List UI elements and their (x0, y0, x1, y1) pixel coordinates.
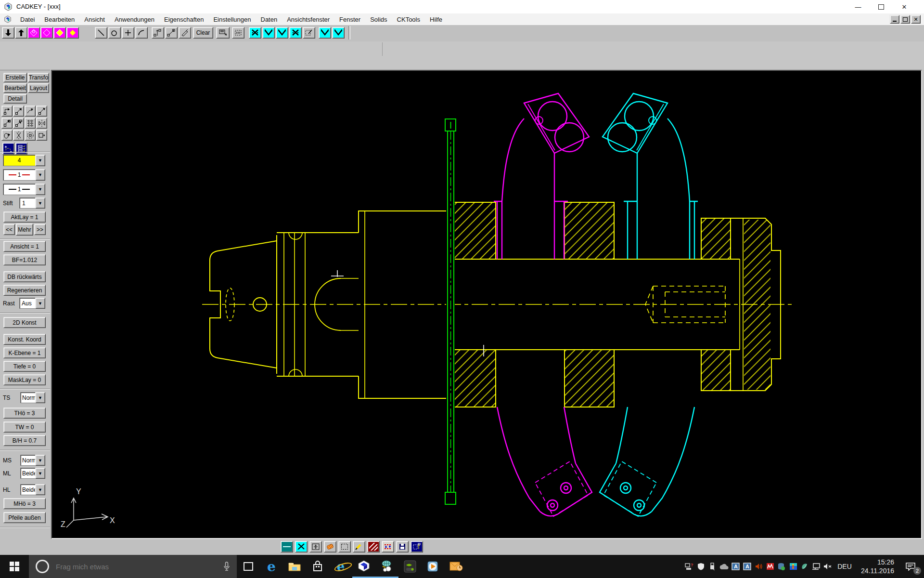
start-button[interactable] (0, 555, 29, 578)
language-indicator[interactable]: DEU (834, 555, 856, 578)
search-input[interactable] (55, 562, 192, 571)
tool-rotate-button[interactable] (1, 130, 13, 141)
tray-volume-muted-icon[interactable] (822, 555, 834, 578)
taskbar-outlook[interactable] (445, 555, 468, 578)
mask-diamond-filled-button[interactable] (66, 27, 79, 39)
k-ebene-button[interactable]: K-Ebene = 1 (3, 347, 46, 358)
linewidth-combo[interactable]: 1 ▼ (3, 184, 45, 195)
tool-scale-button[interactable] (13, 130, 24, 141)
tray-remote-icon[interactable]: ? (683, 555, 695, 578)
ml-combo[interactable]: Beide ▼ (20, 468, 45, 479)
rast-combo[interactable]: Aus ▼ (19, 298, 45, 309)
menu-einstellungen[interactable]: Einstellungen (208, 14, 256, 25)
konst2d-button[interactable]: 2D Konst (3, 317, 46, 328)
snap-vee-4-button[interactable] (332, 27, 345, 39)
menu-fenster[interactable]: Fenster (334, 14, 365, 25)
prev-button[interactable]: << (3, 224, 15, 235)
action-center-button[interactable]: 2 (897, 555, 924, 578)
tray-database-icon[interactable] (776, 555, 787, 578)
aktlay-button[interactable]: AktLay = 1 (3, 211, 46, 223)
taskbar-cad-tool[interactable] (375, 555, 398, 578)
ts-combo-arrow-icon[interactable]: ▼ (35, 392, 45, 403)
masklay-button[interactable]: MaskLay = 0 (3, 374, 46, 385)
tray-ime-a1-icon[interactable]: A (730, 555, 741, 578)
tray-onedrive-icon[interactable] (718, 555, 730, 578)
tray-network-icon[interactable] (810, 555, 822, 578)
tool-stretch-button[interactable] (1, 118, 13, 129)
restore-button[interactable] (870, 0, 892, 13)
mask-diamond-circle-button[interactable] (27, 27, 40, 39)
microphone-icon[interactable] (223, 562, 230, 571)
arrow-down-button[interactable] (2, 27, 14, 39)
next-button[interactable]: >> (34, 224, 46, 235)
ms-combo[interactable]: Norma ▼ (20, 455, 45, 466)
tool-copy-button[interactable] (13, 105, 24, 117)
konst-koord-button[interactable]: Konst. Koord (3, 334, 46, 345)
taskbar-nvidia[interactable] (398, 555, 422, 578)
mask-diamond-button[interactable] (40, 27, 53, 39)
menu-eigenschaften[interactable]: Eigenschaften (159, 14, 208, 25)
grid-button[interactable] (232, 27, 244, 39)
tool-project-button[interactable] (36, 105, 47, 117)
bh-button[interactable]: B/H = 0.7 (3, 435, 46, 446)
tab-transfo[interactable]: Transfo (28, 73, 49, 82)
linetype-combo-arrow-icon[interactable]: ▼ (35, 169, 45, 181)
tool-move-button[interactable] (1, 105, 13, 117)
rast-combo-arrow-icon[interactable]: ▼ (35, 298, 45, 309)
db-rueckwaerts-button[interactable]: DB rückwärts (3, 271, 46, 282)
menu-ansicht[interactable]: Ansicht (79, 14, 110, 25)
taskbar-store[interactable] (306, 555, 329, 578)
taskbar-cadkey[interactable] (352, 555, 375, 578)
tray-defender-icon[interactable] (695, 555, 706, 578)
mehr-button[interactable]: Mehr (16, 223, 33, 236)
taskbar-ie[interactable]: e (329, 555, 352, 578)
print-button[interactable] (216, 27, 230, 39)
menu-cktools[interactable]: CKTools (392, 14, 425, 25)
tool-sketch-button[interactable] (25, 105, 36, 117)
tray-volume-app-icon[interactable] (753, 555, 764, 578)
cortana-search[interactable] (29, 555, 237, 578)
stift-combo-arrow-icon[interactable]: ▼ (35, 197, 45, 209)
menu-anwendungen[interactable]: Anwendungen (110, 14, 159, 25)
tool-curve-settings-button[interactable] (2, 143, 14, 155)
menu-daten[interactable]: Daten (256, 14, 282, 25)
eraser-button[interactable] (324, 541, 336, 552)
bf-button[interactable]: BF=1.012 (3, 254, 46, 265)
mdi-close-button[interactable]: ✕ (911, 15, 921, 24)
save-button[interactable] (396, 541, 409, 552)
color-combo-arrow-icon[interactable]: ▼ (35, 155, 45, 166)
dim-angle-button[interactable] (165, 27, 178, 39)
stift-combo[interactable]: 1 ▼ (19, 197, 45, 209)
mdi-minimize-button[interactable] (890, 15, 899, 24)
menu-datei[interactable]: Datei (15, 14, 39, 25)
taskbar-explorer[interactable] (283, 555, 306, 578)
layer-line-button[interactable] (281, 541, 293, 552)
tw-button[interactable]: TW = 0 (3, 421, 46, 433)
taskbar-edge[interactable]: e (260, 555, 283, 578)
hatch-button[interactable] (367, 541, 380, 552)
redline-button[interactable] (179, 27, 191, 39)
snap-cross-1-button[interactable] (249, 27, 261, 39)
snap-cross-2-button[interactable] (289, 27, 302, 39)
circle-tool-button[interactable] (108, 27, 121, 39)
tool-trim-button[interactable] (25, 118, 36, 129)
task-view-button[interactable] (237, 555, 260, 578)
ml-combo-arrow-icon[interactable]: ▼ (35, 468, 45, 479)
clock[interactable]: 15:26 24.11.2016 (856, 555, 897, 578)
view-height-button[interactable] (411, 541, 423, 552)
color-combo[interactable]: 4 ▼ (3, 155, 45, 166)
tray-m-app-icon[interactable] (764, 555, 776, 578)
pfe-aussen-button[interactable]: Pfeile außen (3, 512, 46, 523)
grid-snap-button[interactable] (382, 541, 394, 552)
window-select-button[interactable] (338, 541, 351, 552)
menu-ansichtsfenster[interactable]: Ansichtsfenster (282, 14, 334, 25)
menu-solids[interactable]: Solids (365, 14, 392, 25)
ansicht-button[interactable]: Ansicht = 1 (3, 241, 46, 252)
tab-layout[interactable]: Layout (28, 83, 49, 93)
tray-plot-icon[interactable] (787, 555, 799, 578)
highlight-button[interactable] (353, 541, 365, 552)
ms-combo-arrow-icon[interactable]: ▼ (35, 455, 45, 466)
ts-combo[interactable]: Norma ▼ (20, 392, 45, 403)
close-button[interactable]: ✕ (893, 0, 915, 13)
tab-detail[interactable]: Detail (3, 94, 27, 104)
